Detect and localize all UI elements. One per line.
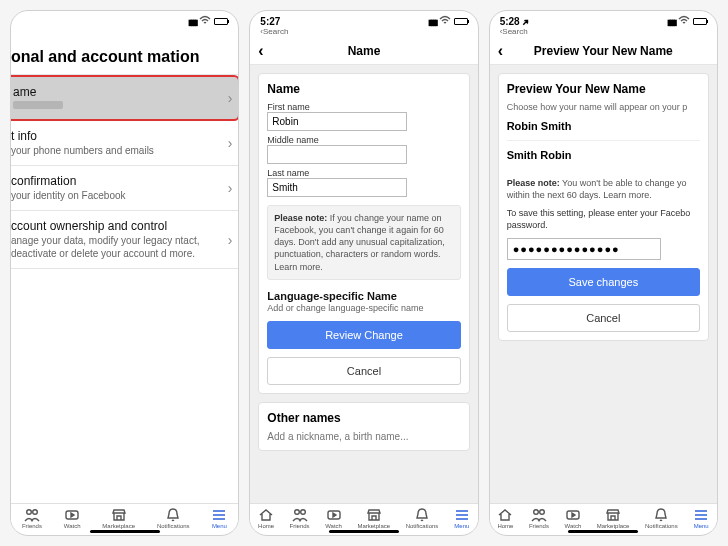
svg-point-1: [33, 510, 38, 515]
tab-home[interactable]: Home: [258, 508, 274, 529]
settings-row-name[interactable]: ame ›: [11, 75, 238, 121]
tab-watch[interactable]: Watch: [325, 508, 342, 529]
last-name-input[interactable]: [267, 178, 406, 197]
other-names-sub: Add a nickname, a birth name...: [267, 431, 460, 442]
password-input[interactable]: [507, 238, 662, 260]
watch-icon: [64, 508, 80, 522]
first-name-input[interactable]: [267, 112, 406, 131]
settings-row-ownership[interactable]: ccount ownership and control anage your …: [11, 211, 238, 269]
first-name-label: First name: [267, 102, 460, 112]
chevron-right-icon: ›: [228, 232, 233, 248]
tab-watch[interactable]: Watch: [564, 508, 581, 529]
content-area: Preview Your New Name Choose how your na…: [490, 65, 717, 503]
name-note: Please note: If you change your name on …: [267, 205, 460, 280]
tab-watch[interactable]: Watch: [64, 508, 81, 529]
status-bar: [11, 11, 238, 29]
battery-icon: [454, 18, 468, 25]
phone-screen-1: onal and account mation ame › t info you…: [10, 10, 239, 536]
last-name-label: Last name: [267, 168, 460, 178]
phone-screen-2: 5:27 Search ‹ Name Name First name Middl…: [249, 10, 478, 536]
location-icon: [522, 16, 530, 27]
menu-icon: [454, 508, 470, 522]
other-names-card[interactable]: Other names Add a nickname, a birth name…: [258, 402, 469, 451]
cancel-button[interactable]: Cancel: [267, 357, 460, 385]
home-indicator: [490, 531, 717, 535]
home-indicator: [250, 531, 477, 535]
save-changes-button[interactable]: Save changes: [507, 268, 700, 296]
bell-icon: [165, 508, 181, 522]
nav-header: ‹ Name: [250, 38, 477, 65]
name-value-placeholder: [13, 101, 63, 109]
section-title: Name: [267, 82, 460, 96]
tab-menu[interactable]: Menu: [211, 508, 227, 529]
marketplace-icon: [366, 508, 382, 522]
row-subtitle: your phone numbers and emails: [11, 144, 230, 157]
middle-name-input[interactable]: [267, 145, 406, 164]
wifi-icon: [439, 15, 451, 27]
back-icon[interactable]: ‹: [258, 42, 263, 60]
cancel-button[interactable]: Cancel: [507, 304, 700, 332]
tab-marketplace[interactable]: Marketplace: [357, 508, 390, 529]
signal-icon: [667, 16, 675, 27]
lang-name-sub: Add or change language-specific name: [267, 303, 460, 313]
name-card: Name First name Middle name Last name Pl…: [258, 73, 469, 394]
watch-icon: [326, 508, 342, 522]
header-title: Preview Your New Name: [534, 44, 673, 58]
header-title: Name: [348, 44, 381, 58]
row-label: ame: [13, 85, 232, 99]
tab-notifications[interactable]: Notifications: [645, 508, 678, 529]
tab-marketplace[interactable]: Marketplace: [597, 508, 630, 529]
tab-home[interactable]: Home: [497, 508, 513, 529]
bell-icon: [414, 508, 430, 522]
tab-menu[interactable]: Menu: [693, 508, 709, 529]
content-area: onal and account mation ame › t info you…: [11, 29, 238, 503]
signal-icon: [188, 16, 196, 27]
friends-icon: [292, 508, 308, 522]
page-title: onal and account mation: [11, 29, 238, 74]
back-icon[interactable]: ‹: [498, 42, 503, 60]
tab-notifications[interactable]: Notifications: [406, 508, 439, 529]
tab-friends[interactable]: Friends: [290, 508, 310, 529]
back-to-search[interactable]: Search: [490, 27, 717, 36]
content-area: Name First name Middle name Last name Pl…: [250, 65, 477, 503]
name-option-2[interactable]: Smith Robin: [507, 141, 700, 169]
back-to-search[interactable]: Search: [250, 27, 477, 36]
watch-icon: [565, 508, 581, 522]
tab-notifications[interactable]: Notifications: [157, 508, 190, 529]
other-names-heading: Other names: [267, 411, 460, 425]
choose-text: Choose how your name will appear on your…: [507, 102, 700, 112]
review-change-button[interactable]: Review Change: [267, 321, 460, 349]
lang-name-heading: Language-specific Name: [267, 290, 460, 302]
row-label: confirmation: [11, 174, 230, 188]
row-label: ccount ownership and control: [11, 219, 230, 233]
svg-point-4: [300, 510, 305, 515]
svg-point-3: [294, 510, 299, 515]
phone-screen-3: 5:28 Search ‹ Preview Your New Name Prev…: [489, 10, 718, 536]
chevron-right-icon: ›: [228, 180, 233, 196]
tab-friends[interactable]: Friends: [529, 508, 549, 529]
name-option-1[interactable]: Robin Smith: [507, 112, 700, 141]
chevron-right-icon: ›: [228, 135, 233, 151]
tab-menu[interactable]: Menu: [454, 508, 470, 529]
battery-icon: [693, 18, 707, 25]
menu-icon: [211, 508, 227, 522]
battery-icon: [214, 18, 228, 25]
home-icon: [497, 508, 513, 522]
settings-row-identity[interactable]: confirmation your identity on Facebook ›: [11, 166, 238, 211]
settings-row-contact[interactable]: t info your phone numbers and emails ›: [11, 121, 238, 166]
tab-bar: Home Friends Watch Marketplace Notificat…: [250, 503, 477, 531]
wifi-icon: [678, 15, 690, 27]
tab-friends[interactable]: Friends: [22, 508, 42, 529]
svg-point-6: [534, 510, 539, 515]
home-icon: [258, 508, 274, 522]
marketplace-icon: [605, 508, 621, 522]
bell-icon: [653, 508, 669, 522]
middle-name-label: Middle name: [267, 135, 460, 145]
menu-icon: [693, 508, 709, 522]
save-prompt: To save this setting, please enter your …: [507, 207, 700, 231]
section-title: Preview Your New Name: [507, 82, 700, 96]
tab-bar: Home Friends Watch Marketplace Notificat…: [490, 503, 717, 531]
svg-point-7: [540, 510, 545, 515]
svg-point-0: [27, 510, 32, 515]
tab-marketplace[interactable]: Marketplace: [102, 508, 135, 529]
